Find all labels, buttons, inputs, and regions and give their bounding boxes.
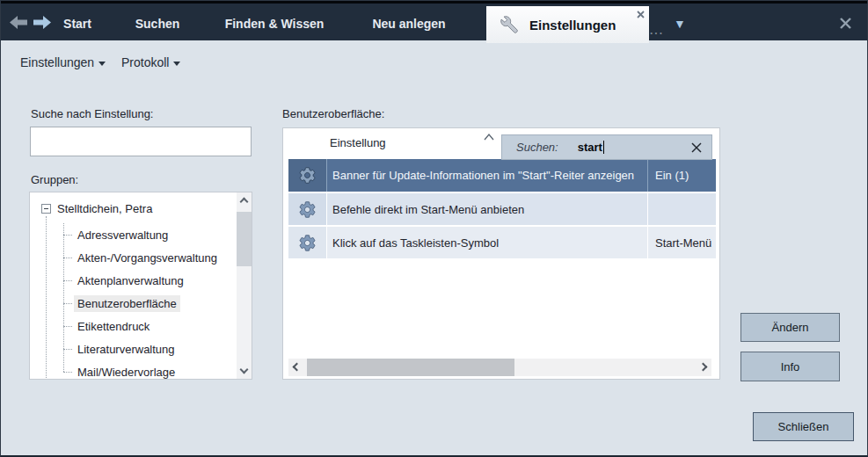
tree-item-literaturverwaltung[interactable]: Literaturverwaltung	[63, 337, 179, 360]
window-close-icon[interactable]	[839, 17, 853, 31]
table-search-overlay[interactable]: Suchen: start	[501, 134, 712, 160]
scroll-up-icon[interactable]	[240, 198, 249, 207]
tab-neu-anlegen[interactable]: Neu anlegen	[360, 4, 458, 43]
menu-protokoll-label: Protokoll	[121, 55, 169, 69]
tree-guide-line	[46, 216, 47, 380]
setting-icon-cell	[288, 227, 327, 258]
setting-search-label: Suche nach Einstellung:	[31, 107, 153, 120]
section-label: Benutzeroberfläche:	[282, 107, 384, 120]
setting-icon-cell	[288, 159, 327, 192]
table-search-label: Suchen:	[516, 141, 558, 154]
aendern-button[interactable]: Ändern	[740, 313, 840, 342]
tree-item-adressverwaltung[interactable]: Adressverwaltung	[63, 223, 171, 246]
info-button[interactable]: Info	[740, 352, 840, 381]
setting-value: Ein (1)	[655, 169, 689, 182]
wrench-icon	[500, 16, 518, 33]
groups-label: Gruppen:	[31, 173, 78, 186]
chevron-down-icon	[98, 62, 106, 66]
settings-table: Einstellung Suchen: start Banner für Upd…	[282, 127, 720, 380]
menu-einstellungen-label: Einstellungen	[20, 55, 94, 69]
tree-item-benutzeroberflaeche[interactable]: Benutzeroberfläche	[63, 292, 180, 315]
setting-name: Befehle direkt im Start-Menü anbieten	[332, 203, 524, 216]
tree-item-mail-wiedervorlage[interactable]: Mail/Wiedervorlage	[63, 360, 179, 380]
tab-start[interactable]: Start	[50, 4, 105, 43]
setting-value: Start-Menü	[655, 236, 711, 250]
text-cursor	[603, 141, 604, 154]
gear-icon	[298, 166, 317, 185]
tree-scrollbar[interactable]	[237, 192, 252, 379]
column-header-einstellung[interactable]: Einstellung	[330, 136, 386, 149]
history-navigation	[9, 15, 52, 30]
scroll-right-icon[interactable]	[699, 363, 708, 372]
menu-einstellungen[interactable]: Einstellungen	[20, 55, 106, 69]
tree-root-label: Stelltdichein, Petra	[57, 202, 152, 215]
tree-root-item[interactable]: Stelltdichein, Petra	[41, 202, 152, 215]
tab-suchen[interactable]: Suchen	[124, 4, 191, 43]
scroll-left-icon[interactable]	[293, 363, 302, 372]
tree-item-etikettendruck[interactable]: Etikettendruck	[63, 315, 153, 337]
title-bar: Start Suchen Finden & Wissen Neu anlegen…	[1, 1, 867, 40]
collapse-minus-icon[interactable]	[41, 204, 51, 214]
table-search-value[interactable]: start	[578, 141, 602, 154]
chevron-down-icon	[173, 62, 180, 66]
tab-list-dropdown-icon[interactable]: ▼	[674, 17, 686, 31]
schliessen-button[interactable]: Schließen	[753, 412, 854, 441]
forward-arrow-icon[interactable]	[32, 15, 52, 30]
tree-scrollbar-thumb[interactable]	[237, 212, 252, 266]
tree-item-akten-vorgangsverwaltung[interactable]: Akten-/Vorgangsverwaltung	[63, 246, 221, 269]
tab-finden-wissen[interactable]: Finden & Wissen	[215, 4, 334, 43]
settings-window: Start Suchen Finden & Wissen Neu anlegen…	[0, 0, 868, 457]
sort-ascending-icon	[484, 134, 494, 141]
horizontal-scrollbar[interactable]	[288, 359, 711, 376]
tab-close-icon[interactable]	[635, 9, 646, 20]
gear-icon	[298, 200, 317, 219]
scroll-down-icon[interactable]	[240, 366, 249, 374]
menu-protokoll[interactable]: Protokoll	[121, 55, 180, 69]
setting-search-input[interactable]	[30, 127, 252, 156]
setting-name: Klick auf das Taskleisten-Symbol	[332, 236, 499, 250]
clear-search-icon[interactable]	[691, 142, 702, 153]
table-row-banner-update[interactable]: Banner für Update-Informationen im "Star…	[288, 159, 716, 192]
setting-name: Banner für Update-Informationen im "Star…	[332, 169, 634, 182]
setting-icon-cell	[288, 193, 327, 225]
horizontal-scrollbar-thumb[interactable]	[307, 359, 514, 376]
tree-item-aktenplanverwaltung[interactable]: Aktenplanverwaltung	[63, 269, 187, 292]
table-row-taskleisten-symbol[interactable]: Klick auf das Taskleisten-Symbol Start-M…	[288, 227, 716, 258]
gear-icon	[298, 234, 317, 252]
back-arrow-icon[interactable]	[9, 15, 29, 30]
tab-einstellungen-active[interactable]: Einstellungen	[486, 6, 649, 43]
tab-overflow-ellipsis[interactable]: ...	[650, 25, 664, 36]
active-tab-label: Einstellungen	[529, 18, 616, 33]
table-row-befehle-startmenu[interactable]: Befehle direkt im Start-Menü anbieten	[288, 193, 716, 225]
groups-tree: Stelltdichein, Petra Adressverwaltung Ak…	[29, 192, 252, 380]
